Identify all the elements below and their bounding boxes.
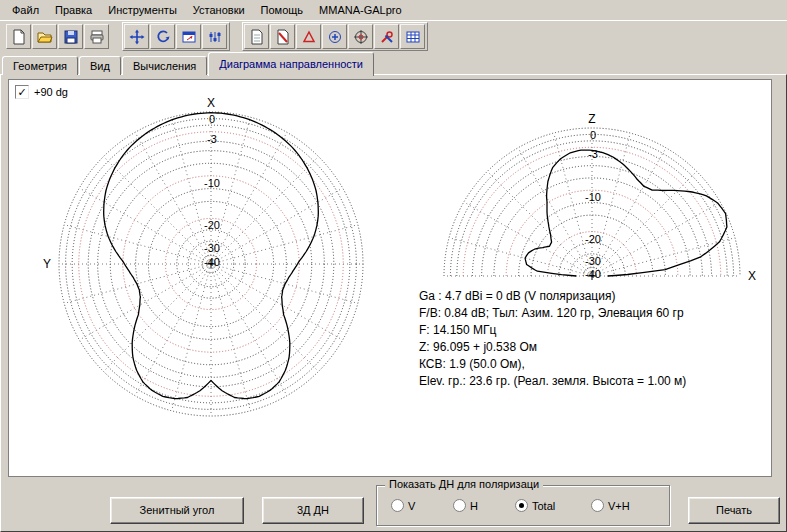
svg-text:0: 0 [209,113,215,125]
plus90-checkbox-label: +90 dg [34,86,68,98]
radio-vh-circle[interactable] [591,499,604,512]
open-folder-icon [37,29,53,45]
svg-text:-40: -40 [204,256,220,268]
results-text: Ga : 4.7 dBi = 0 dB (V поляризация) F/B:… [419,288,771,390]
tab-bar: Геометрия Вид Вычисления Диаграмма напра… [2,51,375,75]
add-circle-icon [327,29,343,45]
triangle-button[interactable] [296,24,321,49]
radio-v-label: V [408,500,415,512]
crosshair-icon [353,29,369,45]
svg-text:-40: -40 [585,268,601,280]
radio-vh[interactable]: V+H [591,499,630,512]
elevation-line: Elev. гр.: 23.6 гр. (Реал. земля. Высота… [419,373,771,390]
radio-v-circle[interactable] [391,499,404,512]
svg-text:-10: -10 [204,177,220,189]
tab-geometry[interactable]: Геометрия [2,56,78,75]
zenith-angle-button[interactable]: Зенитный угол [110,497,244,524]
pattern-page: ✓ +90 dg 0-3-10-20-30-40XY 0-3-10-20-30-… [0,74,787,532]
svg-text:X: X [207,96,215,110]
grid-table-icon [405,29,421,45]
move-button[interactable] [124,24,149,49]
svg-text:-30: -30 [204,242,220,254]
gain-line: Ga : 4.7 dBi = 0 dB (V поляризация) [419,288,771,305]
menu-bar: Файл Правка Инструменты Установки Помощь… [0,0,787,20]
radio-h[interactable]: H [453,499,478,512]
elevation-pattern-chart: 0-3-10-20-30-40ZX [397,80,777,292]
svg-text:-10: -10 [585,191,601,203]
menu-mmana-gal-pro[interactable]: MMANA-GALpro [311,1,410,19]
svg-text:-3: -3 [207,133,217,145]
pattern-3d-button[interactable]: 3Д ДН [262,497,364,524]
radio-h-label: H [470,500,478,512]
mmana-window: Файл Правка Инструменты Установки Помощь… [0,0,787,532]
svg-text:0: 0 [590,129,596,141]
crosshair-button[interactable] [348,24,373,49]
menu-setup[interactable]: Установки [185,1,253,19]
svg-text:Y: Y [43,257,51,271]
polarization-group-label: Показать ДН для поляризаци [385,478,543,490]
svg-text:-20: -20 [204,219,220,231]
toolbar-group-view [242,22,428,51]
radio-total-label: Total [532,500,555,512]
sliders-icon [207,29,223,45]
tab-view[interactable]: Вид [79,56,121,75]
move-arrows-icon [129,29,145,45]
save-icon [63,29,79,45]
tools-button[interactable] [374,24,399,49]
svg-text:X: X [748,269,756,283]
toolbar [0,20,787,52]
radio-total[interactable]: Total [515,499,555,512]
tab-calculations[interactable]: Вычисления [122,56,207,75]
plus90-checkbox[interactable]: ✓ +90 dg [15,85,68,99]
svg-text:Z: Z [588,112,595,126]
print-icon [89,29,105,45]
tab-pattern[interactable]: Диаграмма направленности [208,52,374,76]
polarization-groupbox: Показать ДН для поляризаци V H Total V+H [376,485,670,526]
delete-sheet-icon [275,29,291,45]
impedance-line: Z: 96.095 + j0.538 Ом [419,339,771,356]
sheet-icon [249,29,265,45]
freq-line: F: 14.150 МГц [419,322,771,339]
menu-edit[interactable]: Правка [47,1,100,19]
save-button[interactable] [58,24,83,49]
chart-panel: ✓ +90 dg 0-3-10-20-30-40XY 0-3-10-20-30-… [8,79,772,477]
sheet-button[interactable] [244,24,269,49]
triangle-icon [301,29,317,45]
menu-tools[interactable]: Инструменты [100,1,185,19]
pan-window-button[interactable] [176,24,201,49]
print-button-toolbar[interactable] [84,24,109,49]
radio-v[interactable]: V [391,499,415,512]
new-file-icon [11,29,27,45]
pan-window-icon [181,29,197,45]
delete-sheet-button[interactable] [270,24,295,49]
radio-vh-label: V+H [608,500,630,512]
svg-text:-30: -30 [585,255,601,267]
add-circle-button[interactable] [322,24,347,49]
toolbar-group-edit [122,22,230,51]
rotate-icon [155,29,171,45]
plus90-checkbox-box[interactable]: ✓ [15,85,29,99]
new-button[interactable] [6,24,31,49]
azimuth-pattern-chart: 0-3-10-20-30-40XY [9,84,393,436]
svg-text:-20: -20 [585,233,601,245]
print-button[interactable]: Печать [688,497,780,524]
radio-h-circle[interactable] [453,499,466,512]
fb-line: F/B: 0.84 dB; Тыл: Азим. 120 гр, Элеваци… [419,305,771,322]
open-button[interactable] [32,24,57,49]
sliders-button[interactable] [202,24,227,49]
swr-line: КСВ: 1.9 (50.0 Ом), [419,356,771,373]
menu-file[interactable]: Файл [4,1,47,19]
table-button[interactable] [400,24,425,49]
radio-total-circle[interactable] [515,499,528,512]
rotate-button[interactable] [150,24,175,49]
tools-icon [379,29,395,45]
menu-help[interactable]: Помощь [253,1,312,19]
